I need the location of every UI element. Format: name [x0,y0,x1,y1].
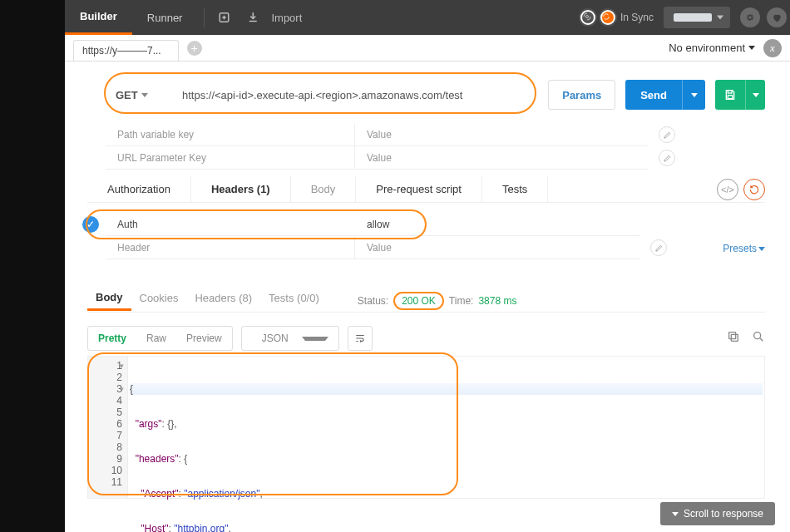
sync-satellite-icon [580,10,595,25]
url-input[interactable] [174,80,538,110]
svg-rect-5 [729,332,736,339]
presets-link[interactable]: Presets [723,243,765,254]
request-tabs: Authorization Headers (1) Body Pre-reque… [87,176,765,203]
path-variable-value-input[interactable]: Value [355,123,649,145]
method-label: GET [116,89,138,101]
params-button[interactable]: Params [548,80,615,110]
header-row-new[interactable]: Header Value [106,236,640,259]
chevron-down-icon [748,46,755,50]
view-preview-button[interactable]: Preview [176,332,232,344]
reset-icon[interactable] [743,179,765,200]
url-param-key-input[interactable]: URL Parameter Key [106,146,355,169]
tab-runner[interactable]: Runner [132,0,198,35]
response-body-viewer[interactable]: 1234567891011 { "args": {}, "headers": {… [87,356,765,499]
svg-rect-2 [728,91,732,93]
header-key-input[interactable]: Header [106,236,355,259]
time-label: Time: [449,295,474,307]
chevron-down-icon [302,337,328,341]
response-tab-cookies[interactable]: Cookies [131,292,187,309]
save-caret-button[interactable] [745,80,765,110]
tab-pre-request[interactable]: Pre-request script [356,176,482,202]
request-tab-chip[interactable]: https://y———7... [73,40,179,62]
divider [204,7,205,27]
save-button[interactable] [715,80,745,110]
chevron-down-icon [141,93,148,97]
method-select[interactable]: GET [106,89,164,101]
status-value: 200 OK [393,292,444,310]
svg-rect-3 [728,96,732,99]
new-request-tab-icon[interactable]: + [187,41,202,56]
tab-strip: https://y———7... + No environment x [65,35,790,62]
tab-body[interactable]: Body [291,176,357,202]
view-pretty-button[interactable]: Pretty [88,332,136,344]
request-line: GET Params Send [106,76,765,113]
import-icon[interactable] [246,10,261,25]
header-key-input[interactable]: Auth [106,213,355,235]
import-label[interactable]: Import [271,12,302,24]
response-tabs: Body Cookies Headers (8) Tests (0/0) Sta… [87,289,765,313]
time-value: 3878 ms [478,295,516,307]
tab-tests[interactable]: Tests [482,176,548,202]
heart-icon[interactable] [767,7,787,27]
response-tab-body[interactable]: Body [87,291,131,311]
check-icon: ✓ [82,216,99,233]
search-icon[interactable] [752,330,765,347]
format-select[interactable]: JSON [241,326,339,351]
view-raw-button[interactable]: Raw [136,332,176,344]
send-button[interactable]: Send [625,80,682,110]
svg-point-1 [585,16,588,18]
sync-status[interactable]: In Sync [580,10,654,25]
chevron-down-icon [758,247,765,251]
format-label: JSON [252,332,299,344]
code-icon[interactable]: </> [717,179,738,200]
chevron-down-icon [753,93,759,97]
header-value-input[interactable]: Value [355,236,640,259]
tab-headers[interactable]: Headers (1) [191,176,291,202]
response-viewer-controls: Pretty Raw Preview JSON [87,324,765,352]
user-name-redacted [674,13,712,22]
edit-icon[interactable] [659,150,675,166]
new-tab-icon[interactable] [218,10,233,25]
status-label: Status: [358,295,388,307]
svg-point-6 [754,332,761,339]
response-tab-headers[interactable]: Headers (8) [186,292,260,309]
path-variable-row[interactable]: Path variable key Value [106,123,649,146]
url-param-row[interactable]: URL Parameter Key Value [106,146,649,170]
window-left-gutter [0,0,65,532]
view-mode-group: Pretty Raw Preview [87,326,233,351]
environment-select[interactable]: No environment [669,42,755,54]
tab-authorization[interactable]: Authorization [87,176,191,202]
user-dropdown[interactable] [664,7,730,28]
app-top-bar: Builder Runner Import In Sync [65,0,790,35]
settings-icon[interactable] [740,7,760,27]
chevron-down-icon [672,512,679,516]
header-row-auth[interactable]: ✓ Auth allow [106,213,640,236]
line-gutter: 1234567891011 [88,357,128,498]
sync-active-icon [600,10,615,25]
chevron-down-icon [691,93,698,97]
sync-label: In Sync [620,12,654,23]
environment-label: No environment [669,42,745,54]
edit-icon[interactable] [650,239,667,256]
edit-icon[interactable] [659,126,675,143]
scroll-to-response-button[interactable]: Scroll to response [660,502,775,525]
wrap-lines-button[interactable] [348,326,373,351]
svg-rect-4 [731,334,738,341]
response-tab-tests[interactable]: Tests (0/0) [260,292,328,309]
copy-icon[interactable] [727,330,740,347]
response-body-code: { "args": {}, "headers": { "Accept": "ap… [128,357,764,498]
response-status: Status: 200 OK Time: 3878 ms [358,292,517,310]
url-param-value-input[interactable]: Value [355,146,649,169]
send-caret-button[interactable] [682,80,705,110]
environment-vars-icon[interactable]: x [763,39,782,57]
path-variable-key-input[interactable]: Path variable key [106,123,355,145]
header-value-input[interactable]: allow [355,213,640,235]
tab-builder[interactable]: Builder [65,0,132,35]
